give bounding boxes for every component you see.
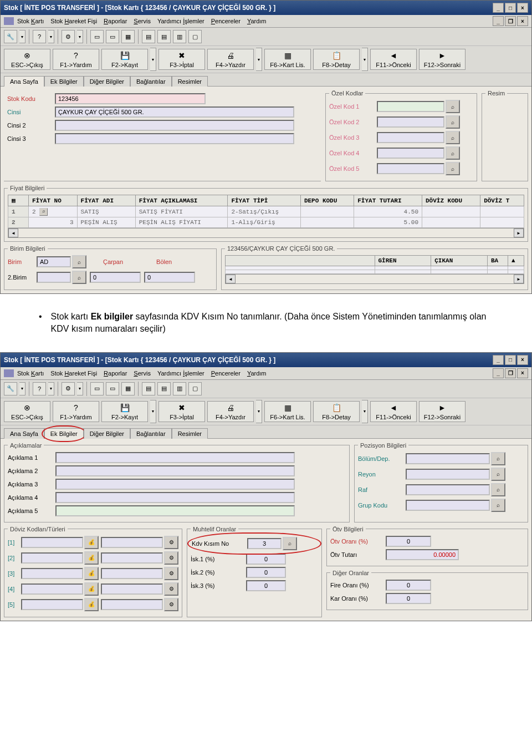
otv-oran-input[interactable] xyxy=(386,536,431,547)
lookup-icon[interactable]: ⚙ xyxy=(164,598,178,611)
kar-input[interactable] xyxy=(386,593,431,604)
chevron-down-icon[interactable]: ▼ xyxy=(48,382,54,395)
lookup-icon[interactable]: 💰 xyxy=(84,598,99,611)
f2-save-button[interactable]: 💾F2->Kayıt xyxy=(101,401,148,422)
mdi-restore-icon[interactable]: ❐ xyxy=(505,16,516,26)
f1-help-button[interactable]: ?F1->Yardım xyxy=(53,49,99,70)
raf-input[interactable] xyxy=(406,484,490,495)
tab-baglantilar[interactable]: Bağlantılar xyxy=(130,76,172,87)
doviz-kod2-input[interactable] xyxy=(21,552,83,564)
isk1-input[interactable] xyxy=(246,554,286,565)
close-icon[interactable]: × xyxy=(517,355,528,365)
menu-raporlar[interactable]: Raporlar xyxy=(104,370,127,377)
lookup-icon[interactable]: ⌕ xyxy=(446,146,460,160)
close-icon[interactable]: × xyxy=(517,3,528,13)
aciklama2-input[interactable] xyxy=(55,465,295,476)
tab-baglantilar[interactable]: Bağlantılar xyxy=(130,428,172,439)
maximize-icon[interactable]: □ xyxy=(505,3,516,13)
tab-resimler[interactable]: Resimler xyxy=(172,428,208,439)
menu-pencereler[interactable]: Pencereler xyxy=(211,18,241,24)
mdi-restore-icon[interactable]: ❐ xyxy=(505,368,516,378)
lookup-icon[interactable]: 💰 xyxy=(84,536,99,549)
menu-stok-karti[interactable]: Stok Kartı xyxy=(17,370,44,377)
fire-input[interactable] xyxy=(386,580,431,591)
window-icon[interactable]: ▢ xyxy=(188,30,202,43)
bolen2-input[interactable] xyxy=(144,272,195,283)
mdi-close-icon[interactable]: × xyxy=(517,16,528,26)
lookup-icon[interactable]: ⚙ xyxy=(164,551,178,565)
esc-exit-button[interactable]: ⊗ESC->Çıkış xyxy=(4,401,50,422)
horizontal-scrollbar[interactable]: ◄► xyxy=(225,274,524,284)
tool-icon[interactable]: 🔧 xyxy=(4,30,17,43)
f6-list-button[interactable]: ▦F6->Kart Lis. xyxy=(264,401,311,422)
chevron-down-icon[interactable]: ▼ xyxy=(77,382,83,395)
f8-detail-button[interactable]: 📋F8->Detay xyxy=(313,49,360,70)
doviz-tur1-input[interactable] xyxy=(101,537,163,548)
carpan2-input[interactable] xyxy=(90,272,141,283)
tab-resimler[interactable]: Resimler xyxy=(172,76,208,87)
tab-diger-bilgiler[interactable]: Diğer Bilgiler xyxy=(84,428,130,439)
cinsi3-input[interactable] xyxy=(55,133,294,144)
chevron-down-icon[interactable]: ▼ xyxy=(362,400,368,423)
grid-icon[interactable]: ▦ xyxy=(121,382,135,395)
kdv-kisim-input[interactable] xyxy=(247,538,282,549)
tab-diger-bilgiler[interactable]: Diğer Bilgiler xyxy=(84,76,130,87)
menu-raporlar[interactable]: Raporlar xyxy=(104,18,127,24)
config-icon[interactable]: ⚙ xyxy=(62,382,75,395)
menu-stok-karti[interactable]: Stok Kartı xyxy=(17,18,44,24)
mdi-minimize-icon[interactable]: _ xyxy=(493,16,504,26)
form-icon[interactable]: ▤ xyxy=(157,30,171,43)
menu-stok-hareket[interactable]: Stok Hareket Fişi xyxy=(50,370,97,377)
cinsi-input[interactable] xyxy=(55,106,294,118)
menu-yardimci[interactable]: Yardımcı İşlemler xyxy=(157,18,204,24)
doviz-kod3-input[interactable] xyxy=(21,568,83,579)
layout-icon[interactable]: ▭ xyxy=(106,382,119,395)
lookup-icon[interactable]: ⌕ xyxy=(283,537,297,550)
stok-kodu-input[interactable] xyxy=(55,93,206,104)
lookup-icon[interactable]: ⌕ xyxy=(446,131,460,144)
chevron-down-icon[interactable]: ▼ xyxy=(150,48,156,71)
doviz-tur2-input[interactable] xyxy=(101,552,163,564)
mdi-minimize-icon[interactable]: _ xyxy=(493,368,504,378)
esc-exit-button[interactable]: ⊗ESC->Çıkış xyxy=(4,49,50,70)
f2-save-button[interactable]: 💾F2->Kayıt xyxy=(101,49,148,70)
f3-cancel-button[interactable]: ✖F3->İptal xyxy=(158,401,205,422)
menu-yardim[interactable]: Yardım xyxy=(247,18,267,24)
birim-input[interactable] xyxy=(37,256,71,267)
f6-list-button[interactable]: ▦F6->Kart Lis. xyxy=(264,49,311,70)
minimize-icon[interactable]: _ xyxy=(493,3,504,13)
doviz-kod1-input[interactable] xyxy=(21,537,83,548)
doviz-kod4-input[interactable] xyxy=(21,584,83,595)
f12-next-button[interactable]: ►F12->Sonraki xyxy=(419,401,466,422)
lookup-icon[interactable]: ⚙ xyxy=(164,582,178,596)
doviz-tur3-input[interactable] xyxy=(101,568,163,579)
menu-yardim[interactable]: Yardım xyxy=(247,370,267,377)
aciklama3-input[interactable] xyxy=(55,479,295,490)
horizontal-scrollbar[interactable]: ◄► xyxy=(8,228,524,238)
mdi-close-icon[interactable]: × xyxy=(517,368,528,378)
lookup-icon[interactable]: ⚙ xyxy=(164,536,178,549)
tab-ana-sayfa[interactable]: Ana Sayfa xyxy=(4,428,44,439)
report-icon[interactable]: ▥ xyxy=(173,382,186,395)
chevron-down-icon[interactable]: ▼ xyxy=(256,400,262,423)
tool-icon[interactable]: 🔧 xyxy=(4,382,17,395)
isk3-input[interactable] xyxy=(246,580,286,591)
lookup-icon[interactable]: ⚙ xyxy=(164,567,178,580)
ozel-kod5-input[interactable] xyxy=(377,163,444,174)
chevron-down-icon[interactable]: ▼ xyxy=(256,48,262,71)
title-bar[interactable]: Stok [ İNTE POS TRANSFERİ ] - [Stok Kart… xyxy=(1,1,531,15)
form-icon[interactable]: ▤ xyxy=(142,30,155,43)
hareket-grid[interactable]: GİRENÇIKANBA▲ xyxy=(225,255,524,274)
lookup-icon[interactable]: ⌕ xyxy=(446,100,460,113)
f11-prev-button[interactable]: ◄F11->Önceki xyxy=(370,401,417,422)
chevron-down-icon[interactable]: ▼ xyxy=(362,48,368,71)
chevron-down-icon[interactable]: ▼ xyxy=(77,30,83,43)
ozel-kod3-input[interactable] xyxy=(377,132,444,143)
aciklama5-input[interactable] xyxy=(55,505,295,516)
lookup-icon[interactable]: ⌕ xyxy=(72,271,86,284)
f12-next-button[interactable]: ►F12->Sonraki xyxy=(419,49,466,70)
form-icon[interactable]: ▤ xyxy=(142,382,155,395)
lookup-icon[interactable]: ⌕ xyxy=(446,115,460,129)
reyon-input[interactable] xyxy=(406,469,490,480)
tab-ana-sayfa[interactable]: Ana Sayfa xyxy=(4,76,44,87)
